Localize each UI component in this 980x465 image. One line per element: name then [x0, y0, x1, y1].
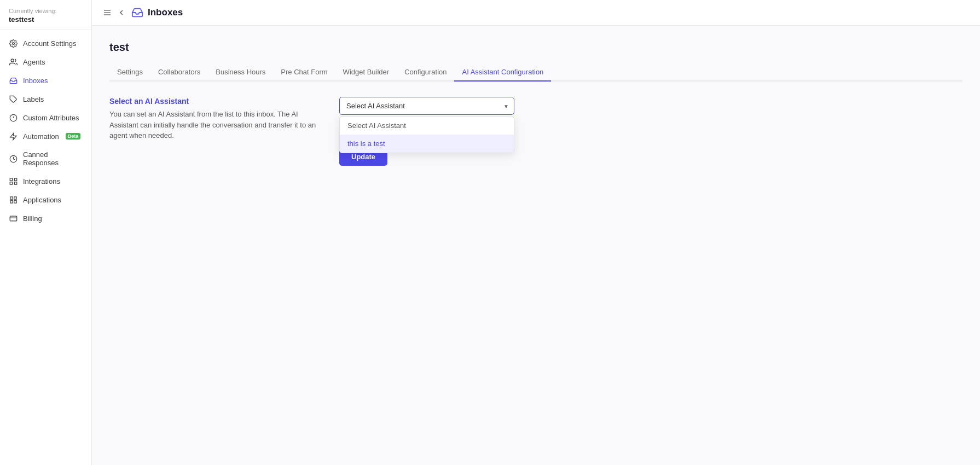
dropdown-options-list: Select AI Assistant this is a test — [339, 116, 514, 153]
custom-attributes-icon — [9, 113, 18, 122]
svg-rect-8 — [10, 178, 12, 180]
sidebar-header: Currently viewing: testtest — [0, 0, 91, 30]
currently-viewing-label: Currently viewing: — [9, 8, 83, 14]
tab-pre-chat-form[interactable]: Pre Chat Form — [273, 63, 335, 82]
sidebar-item-label: Inboxes — [23, 77, 48, 85]
sidebar-item-account-settings[interactable]: Account Settings — [0, 34, 91, 53]
label-icon — [9, 95, 18, 103]
ai-assistant-select[interactable]: Select AI Assistant this is a test — [339, 97, 514, 115]
tab-business-hours[interactable]: Business Hours — [208, 63, 273, 82]
sidebar-item-billing[interactable]: Billing — [0, 209, 91, 228]
inbox-icon — [9, 76, 18, 85]
sidebar-item-label: Integrations — [23, 177, 60, 185]
sidebar-item-integrations[interactable]: Integrations — [0, 172, 91, 190]
back-icon[interactable] — [117, 8, 126, 17]
topbar-title: Inboxes — [131, 7, 183, 19]
beta-badge: Beta — [66, 133, 81, 140]
tabs-bar: Settings Collaborators Business Hours Pr… — [109, 63, 962, 82]
sidebar-item-custom-attributes[interactable]: Custom Attributes — [0, 108, 91, 127]
canned-responses-icon — [9, 154, 18, 163]
svg-rect-15 — [14, 200, 16, 202]
tab-widget-builder[interactable]: Widget Builder — [335, 63, 397, 82]
tab-ai-assistant[interactable]: AI Assistant Configuration — [454, 63, 551, 82]
workspace-name: testtest — [9, 15, 83, 24]
menu-icon[interactable] — [103, 8, 112, 17]
dropdown-option-select-ai[interactable]: Select AI Assistant — [340, 117, 514, 135]
svg-rect-13 — [14, 196, 16, 199]
svg-rect-9 — [14, 178, 16, 180]
ai-assistant-left: Select an AI Assistant You can set an AI… — [109, 97, 317, 141]
applications-icon — [9, 195, 18, 204]
svg-point-1 — [11, 59, 14, 61]
svg-rect-16 — [10, 216, 17, 221]
sidebar-item-labels[interactable]: Labels — [0, 90, 91, 108]
sidebar-item-automation[interactable]: Automation Beta — [0, 127, 91, 146]
sidebar-nav: Account Settings Agents Inboxes Labels — [0, 30, 91, 232]
automation-icon — [9, 132, 18, 141]
agents-icon — [9, 57, 18, 66]
topbar: Inboxes — [92, 0, 980, 26]
sidebar-item-applications[interactable]: Applications — [0, 190, 91, 209]
sidebar-item-canned-responses[interactable]: Canned Responses — [0, 146, 91, 172]
dropdown-option-test[interactable]: this is a test — [340, 135, 514, 153]
tab-configuration[interactable]: Configuration — [397, 63, 454, 82]
page-title: test — [109, 41, 962, 54]
sidebar-item-label: Applications — [23, 196, 61, 204]
svg-rect-10 — [14, 182, 16, 184]
sidebar: Currently viewing: testtest Account Sett… — [0, 0, 92, 465]
sidebar-item-label: Canned Responses — [23, 150, 83, 167]
page-content: test Settings Collaborators Business Hou… — [92, 26, 980, 465]
sidebar-item-label: Labels — [23, 95, 44, 103]
ai-assistant-dropdown-wrapper: Select AI Assistant this is a test ▼ Sel… — [339, 97, 514, 115]
ai-assistant-right: Select AI Assistant this is a test ▼ Sel… — [339, 97, 962, 166]
tab-settings[interactable]: Settings — [109, 63, 150, 82]
sidebar-item-agents[interactable]: Agents — [0, 53, 91, 71]
ai-assistant-description: You can set an AI Assistant from the lis… — [109, 109, 317, 141]
ai-assistant-heading: Select an AI Assistant — [109, 97, 317, 106]
settings-icon — [9, 39, 18, 48]
svg-rect-12 — [10, 196, 12, 199]
svg-rect-11 — [10, 182, 12, 184]
billing-icon — [9, 214, 18, 223]
svg-rect-14 — [10, 200, 12, 202]
sidebar-item-label: Billing — [23, 214, 42, 223]
ai-assistant-section: Select an AI Assistant You can set an AI… — [109, 97, 962, 166]
inbox-title-icon — [131, 7, 143, 19]
sidebar-item-label: Automation — [23, 132, 59, 141]
svg-marker-6 — [10, 133, 16, 140]
svg-point-0 — [12, 42, 14, 44]
main-content: Inboxes test Settings Collaborators Busi… — [92, 0, 980, 465]
integrations-icon — [9, 177, 18, 185]
sidebar-item-label: Account Settings — [23, 39, 77, 48]
sidebar-item-label: Agents — [23, 58, 45, 66]
sidebar-item-inboxes[interactable]: Inboxes — [0, 71, 91, 90]
tab-collaborators[interactable]: Collaborators — [150, 63, 208, 82]
sidebar-item-label: Custom Attributes — [23, 114, 79, 122]
topbar-title-text: Inboxes — [148, 7, 183, 18]
